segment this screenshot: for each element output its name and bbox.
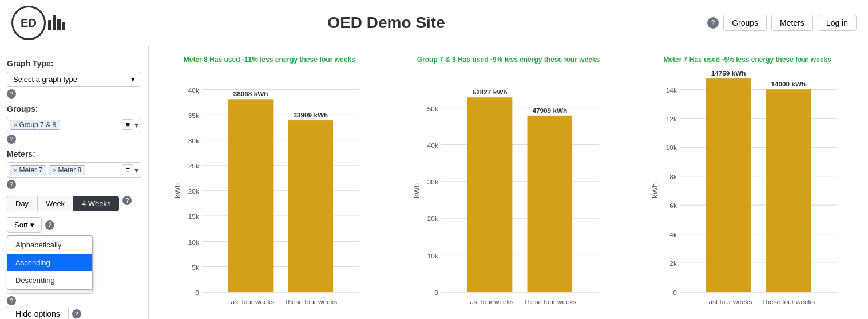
meters-expand-btn[interactable]: ≡ [122, 164, 133, 175]
sort-ascending[interactable]: Ascending [7, 254, 92, 271]
svg-text:35k: 35k [188, 112, 199, 119]
svg-text:15k: 15k [188, 212, 199, 220]
svg-text:Last four weeks: Last four weeks [466, 298, 514, 305]
groups-tag-input: × Group 7 & 8 ≡ ▾ [7, 117, 141, 132]
graph-type-help[interactable]: ? [7, 89, 16, 99]
logo-circle: ED [11, 6, 46, 40]
chart-title-0: Meter 8 Has used -11% less energy these … [156, 56, 383, 64]
sort-alphabetically[interactable]: Alphabetically [7, 236, 92, 254]
hide-options-button[interactable]: Hide options [7, 306, 69, 319]
svg-text:kWh: kWh [651, 183, 659, 198]
svg-text:14k: 14k [666, 86, 677, 94]
groups-expand-btn[interactable]: ≡ [122, 119, 133, 130]
svg-text:40k: 40k [427, 141, 438, 149]
meters-actions: ≡ ▾ [122, 164, 138, 175]
meter-tag-1: × Meter 8 [49, 165, 85, 175]
logo-bars [48, 15, 65, 30]
sidebar: Graph Type: Select a graph type ▾ ? Grou… [0, 46, 149, 319]
svg-rect-21 [288, 120, 334, 292]
svg-text:0: 0 [434, 289, 438, 296]
svg-text:8k: 8k [670, 173, 677, 180]
graph-type-dropdown[interactable]: Select a graph type ▾ [7, 72, 141, 87]
meters-help[interactable]: ? [7, 180, 16, 189]
svg-text:0: 0 [195, 289, 199, 296]
meter-tag-1-label: Meter 8 [58, 166, 82, 174]
svg-rect-63 [706, 78, 751, 292]
chart-title-2: Meter 7 Has used -5% less energy these f… [633, 56, 861, 64]
svg-text:14759 kWh: 14759 kWh [711, 69, 746, 77]
charts-area: Meter 8 Has used -11% less energy these … [149, 46, 868, 319]
tab-day[interactable]: Day [7, 196, 37, 211]
sort-row: Sort ▾ ? Alphabetically Ascending Descen… [7, 217, 141, 233]
chart-block-1: Group 7 & 8 Has used -9% less energy the… [395, 56, 623, 319]
logo-text: ED [21, 17, 37, 30]
svg-text:52827 kWh: 52827 kWh [472, 88, 507, 96]
login-button[interactable]: Log in [818, 15, 857, 31]
chart-block-0: Meter 8 Has used -11% less energy these … [156, 56, 383, 319]
chart-svg-0: 05k10k15k20k25k30k35k40kkWh38068 kWh3390… [156, 67, 383, 319]
tab-week[interactable]: Week [37, 196, 73, 211]
groups-dropdown-btn[interactable]: ▾ [134, 120, 138, 129]
sort-descending[interactable]: Descending [7, 271, 92, 289]
svg-text:These four weeks: These four weeks [762, 298, 815, 305]
meter-tag-0: × Meter 7 [10, 165, 46, 175]
meter-tag-0-remove[interactable]: × [14, 167, 17, 174]
graph-type-placeholder: Select a graph type [13, 75, 77, 84]
group-tag-label: Group 7 & 8 [19, 121, 56, 129]
graph-type-label: Graph Type: [7, 59, 141, 68]
groups-button[interactable]: Groups [723, 15, 767, 31]
help-icon[interactable]: ? [707, 17, 719, 29]
svg-text:20k: 20k [188, 187, 199, 195]
meters-label: Meters: [7, 149, 141, 159]
graph-type-caret: ▾ [131, 75, 135, 84]
svg-text:2k: 2k [670, 259, 677, 267]
page-title: OED Demo Site [65, 14, 707, 32]
chart-svg-1: 010k20k30k40k50kkWh52827 kWh47909 kWhLas… [395, 67, 623, 319]
svg-text:These four weeks: These four weeks [523, 298, 576, 305]
extra-help[interactable]: ? [7, 296, 16, 305]
sort-label: Sort [14, 220, 28, 229]
svg-text:38068 kWh: 38068 kWh [233, 90, 268, 97]
groups-help[interactable]: ? [7, 135, 16, 144]
header-right: ? Groups Meters Log in [707, 15, 857, 31]
sort-help[interactable]: ? [45, 220, 54, 230]
svg-text:kWh: kWh [173, 183, 181, 198]
svg-text:10k: 10k [427, 252, 438, 259]
svg-text:30k: 30k [188, 137, 199, 144]
svg-rect-19 [228, 99, 274, 292]
tab-4weeks[interactable]: 4 Weeks [73, 196, 119, 211]
svg-text:These four weeks: These four weeks [284, 298, 337, 305]
svg-text:0: 0 [673, 289, 677, 296]
svg-rect-39 [467, 97, 513, 292]
svg-text:10k: 10k [666, 144, 677, 151]
svg-text:30k: 30k [427, 178, 438, 186]
hide-options-row: Hide options ? [7, 306, 81, 319]
group-tag-0: × Group 7 & 8 [10, 120, 60, 130]
svg-rect-65 [766, 89, 811, 292]
svg-text:20k: 20k [427, 215, 438, 222]
sort-button[interactable]: Sort ▾ [7, 217, 42, 233]
meters-button[interactable]: Meters [771, 15, 813, 31]
svg-text:47909 kWh: 47909 kWh [532, 107, 567, 114]
meter-tag-1-remove[interactable]: × [53, 167, 56, 174]
svg-text:50k: 50k [427, 105, 438, 112]
meters-dropdown-btn[interactable]: ▾ [134, 166, 138, 175]
hide-options-help[interactable]: ? [72, 309, 81, 318]
meter-tag-0-label: Meter 7 [19, 166, 42, 174]
groups-label: Groups: [7, 104, 141, 113]
logo-bar-1 [48, 20, 51, 30]
sort-dropdown: Alphabetically Ascending Descending [7, 235, 93, 290]
group-tag-remove[interactable]: × [14, 121, 17, 128]
svg-text:5k: 5k [192, 263, 199, 271]
svg-text:10k: 10k [188, 238, 199, 246]
svg-text:4k: 4k [670, 231, 677, 238]
svg-text:14000 kWh: 14000 kWh [771, 80, 806, 88]
main-layout: Graph Type: Select a graph type ▾ ? Grou… [0, 46, 868, 319]
svg-text:40k: 40k [188, 86, 199, 94]
logo-bar-3 [57, 19, 61, 30]
header: ED OED Demo Site ? Groups Meters Log in [0, 0, 868, 46]
svg-text:kWh: kWh [411, 183, 420, 198]
svg-text:33909 kWh: 33909 kWh [293, 111, 328, 119]
svg-text:25k: 25k [188, 162, 199, 170]
tabs-help[interactable]: ? [122, 196, 132, 205]
